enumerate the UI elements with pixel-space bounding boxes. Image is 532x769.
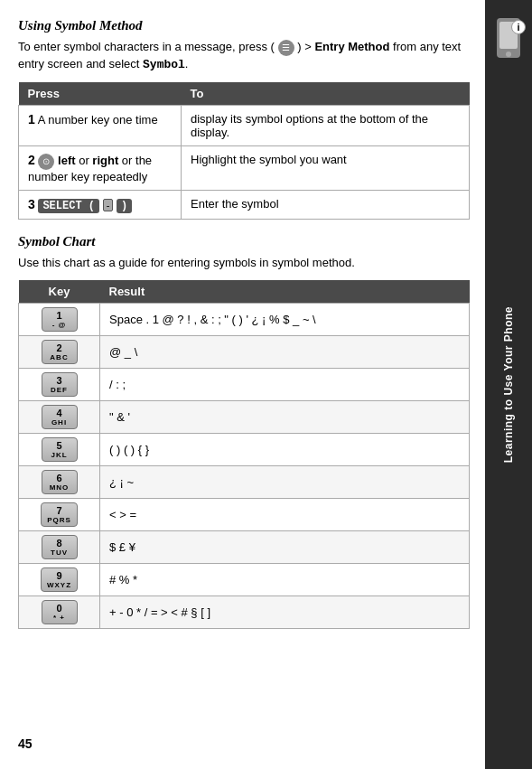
key-button-0: 1- @ <box>42 307 78 332</box>
row-1-press-text: A number key one time <box>38 113 158 127</box>
symbol-label: Symbol <box>143 58 185 71</box>
right-label: right <box>92 154 118 167</box>
row-num-3: 3 <box>28 197 35 211</box>
key-button-5: 6MNO <box>42 470 78 494</box>
row-num-1: 1 <box>28 112 35 127</box>
key-cell-1: 2ABC <box>19 335 100 368</box>
press-row-2: 2 ⊙ left or right or the number key repe… <box>19 146 470 191</box>
key-row-4: 5JKL( ) ( ) { } <box>19 433 470 465</box>
key-cell-5: 6MNO <box>19 465 100 498</box>
select-badge: SELECT ( <box>38 199 99 213</box>
intro-period: . <box>185 57 189 70</box>
result-cell-4: ( ) ( ) { } <box>100 433 470 465</box>
key-button-3: 4GHI <box>42 405 78 429</box>
key-cell-2: 3DEF <box>19 368 100 400</box>
key-row-1: 2ABC@ _ \ <box>19 335 470 368</box>
result-col-header: Result <box>100 280 470 304</box>
key-button-7: 8TUV <box>42 535 78 559</box>
page-title: Using Symbol Method <box>18 18 470 33</box>
sidebar-label: Learning to Use Your Phone <box>502 306 515 463</box>
key-button-9: 0* + <box>42 600 78 624</box>
result-cell-1: @ _ \ <box>100 335 470 368</box>
to-col-header: To <box>182 82 470 106</box>
key-button-2: 3DEF <box>42 372 78 397</box>
key-button-4: 5JKL <box>42 437 78 462</box>
phone-illustration: i <box>493 18 524 63</box>
main-content: Using Symbol Method To enter symbol char… <box>0 0 488 647</box>
result-cell-5: ¿ ¡ ~ <box>100 465 470 498</box>
select-badge-end: ) <box>117 199 132 213</box>
key-row-8: 9WXYZ# % * <box>19 563 470 596</box>
nav-circle-icon: ⊙ <box>38 154 54 170</box>
result-cell-0: Space . 1 @ ? ! , & : ; " ( ) ' ¿ ¡ % $ … <box>100 303 470 335</box>
key-table-header: Key Result <box>19 280 470 304</box>
press-row-1: 1 A number key one time display its symb… <box>19 106 470 146</box>
key-row-0: 1- @Space . 1 @ ? ! , & : ; " ( ) ' ¿ ¡ … <box>19 303 470 335</box>
key-row-3: 4GHI" & ' <box>19 400 470 433</box>
result-cell-7: $ £ ¥ <box>100 530 470 563</box>
key-button-1: 2ABC <box>42 340 78 364</box>
key-result-table: Key Result 1- @Space . 1 @ ? ! , & : ; "… <box>18 280 470 629</box>
key-row-6: 7PQRS< > = <box>19 498 470 530</box>
intro-paragraph: To enter symbol characters in a message,… <box>18 39 470 73</box>
chart-title: Symbol Chart <box>18 234 470 249</box>
result-cell-2: / : ; <box>100 368 470 400</box>
result-cell-3: " & ' <box>100 400 470 433</box>
key-row-7: 8TUV$ £ ¥ <box>19 530 470 563</box>
menu-icon: ☰ <box>278 40 294 56</box>
sidebar: i Learning to Use Your Phone <box>485 0 532 769</box>
entry-method-label: Entry Method <box>314 40 389 53</box>
key-table-body: 1- @Space . 1 @ ? ! , & : ; " ( ) ' ¿ ¡ … <box>19 303 470 628</box>
press-table-header: Press To <box>19 82 470 106</box>
press-row-1-to: display its symbol options at the bottom… <box>182 106 470 146</box>
select-key-icon: - <box>103 199 114 211</box>
press-row-3-press: 3 SELECT ( - ) <box>19 190 182 219</box>
key-cell-0: 1- @ <box>19 303 100 335</box>
press-col-header: Press <box>19 82 182 106</box>
info-icon: i <box>511 20 526 34</box>
result-cell-6: < > = <box>100 498 470 530</box>
press-row-3: 3 SELECT ( - ) Enter the symbol <box>19 190 470 219</box>
svg-point-2 <box>506 52 511 57</box>
press-row-1-press: 1 A number key one time <box>19 106 182 146</box>
key-cell-7: 8TUV <box>19 530 100 563</box>
row-num-2: 2 <box>28 153 35 167</box>
key-cell-4: 5JKL <box>19 433 100 465</box>
key-button-6: 7PQRS <box>41 502 78 527</box>
intro-text-2: ) > <box>297 40 312 53</box>
result-cell-8: # % * <box>100 563 470 596</box>
key-col-header: Key <box>19 280 100 304</box>
chart-desc: Use this chart as a guide for entering s… <box>18 255 470 271</box>
press-row-2-press: 2 ⊙ left or right or the number key repe… <box>19 146 182 191</box>
result-cell-9: + - 0 * / = > < # § [ ] <box>100 596 470 628</box>
key-cell-8: 9WXYZ <box>19 563 100 596</box>
intro-text-1: To enter symbol characters in a message,… <box>18 40 275 53</box>
page-number: 45 <box>18 736 33 751</box>
key-row-9: 0* ++ - 0 * / = > < # § [ ] <box>19 596 470 628</box>
key-button-8: 9WXYZ <box>41 567 78 592</box>
left-label: left <box>58 154 79 167</box>
key-row-5: 6MNO¿ ¡ ~ <box>19 465 470 498</box>
key-row-2: 3DEF/ : ; <box>19 368 470 400</box>
key-cell-6: 7PQRS <box>19 498 100 530</box>
key-cell-9: 0* + <box>19 596 100 628</box>
press-row-3-to: Enter the symbol <box>182 190 470 219</box>
press-row-2-to: Highlight the symbol you want <box>182 146 470 191</box>
press-to-table: Press To 1 A number key one time display… <box>18 82 470 220</box>
key-cell-3: 4GHI <box>19 400 100 433</box>
